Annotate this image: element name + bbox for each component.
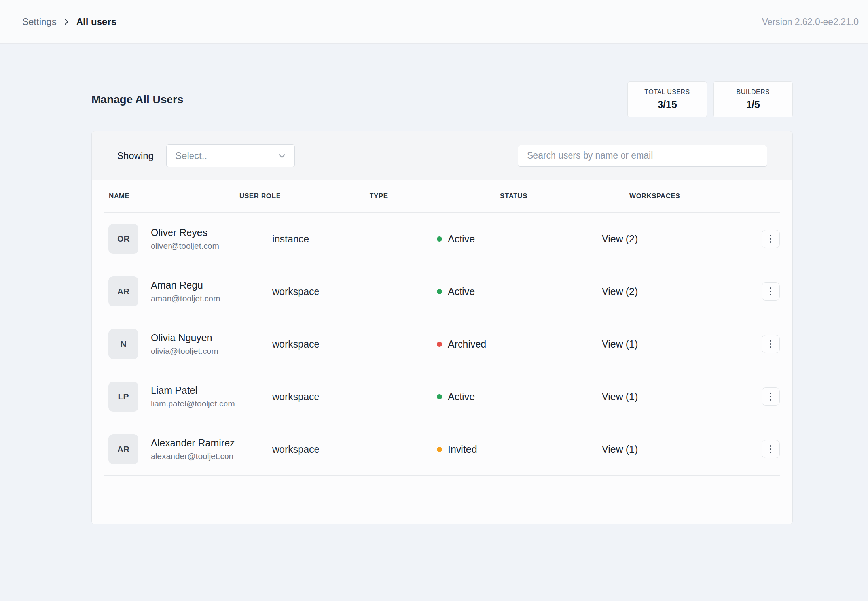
actions-cell bbox=[762, 282, 780, 300]
filter-row: Showing Select.. bbox=[92, 131, 792, 180]
chevron-right-icon bbox=[62, 17, 71, 26]
builders-value: 1/5 bbox=[746, 99, 760, 110]
user-role-cell: workspace bbox=[272, 391, 437, 403]
actions-cell bbox=[762, 230, 780, 248]
breadcrumb-current: All users bbox=[76, 16, 116, 27]
title-row: Manage All Users TOTAL USERS 3/15 BUILDE… bbox=[91, 81, 793, 117]
user-email: alexander@tooljet.con bbox=[151, 452, 235, 461]
column-header-user-role: USER ROLE bbox=[239, 192, 281, 200]
status-filter-value: Select.. bbox=[175, 150, 207, 161]
table-row: AR Aman Regu aman@tooljet.com workspace … bbox=[104, 265, 780, 318]
user-name-cell: AR Aman Regu aman@tooljet.com bbox=[104, 276, 272, 306]
status-dot-icon bbox=[437, 236, 442, 242]
status-dot-icon bbox=[437, 289, 442, 294]
table-row: LP Liam Patel liam.patel@tooljet.com wor… bbox=[104, 370, 780, 423]
table-row: N Olivia Nguyen olivia@tooljet.com works… bbox=[104, 318, 780, 370]
user-role-cell: instance bbox=[272, 233, 437, 245]
showing-label: Showing bbox=[117, 150, 154, 161]
chevron-down-icon bbox=[277, 151, 287, 161]
column-header-type: TYPE bbox=[370, 192, 388, 200]
workspaces-view-link[interactable]: View (1) bbox=[602, 391, 762, 403]
column-header-status: STATUS bbox=[500, 192, 527, 200]
user-email: oliver@tooljet.com bbox=[151, 241, 219, 251]
user-name: Olivia Nguyen bbox=[151, 332, 218, 344]
kebab-menu-button[interactable] bbox=[762, 282, 780, 300]
breadcrumb-settings[interactable]: Settings bbox=[22, 16, 57, 27]
topbar: Settings All users Version 2.62.0-ee2.21… bbox=[0, 0, 868, 44]
kebab-menu-button[interactable] bbox=[762, 387, 780, 406]
status-cell: Active bbox=[437, 391, 602, 403]
workspaces-view-link[interactable]: View (1) bbox=[602, 338, 762, 350]
user-name-cell: LP Liam Patel liam.patel@tooljet.com bbox=[104, 382, 272, 412]
page-title: Manage All Users bbox=[91, 93, 183, 106]
avatar: OR bbox=[108, 224, 138, 254]
user-name-cell: OR Oliver Reyes oliver@tooljet.com bbox=[104, 224, 272, 254]
name-block: Oliver Reyes oliver@tooljet.com bbox=[151, 227, 219, 251]
user-name-cell: AR Alexander Ramirez alexander@tooljet.c… bbox=[104, 434, 272, 464]
stat-cards: TOTAL USERS 3/15 BUILDERS 1/5 bbox=[627, 81, 793, 117]
column-header-workspaces: WORKSPACES bbox=[629, 192, 680, 200]
user-name: Aman Regu bbox=[151, 280, 220, 291]
status-badge: Active bbox=[448, 233, 475, 245]
status-badge: Active bbox=[448, 286, 475, 297]
search-input[interactable] bbox=[518, 145, 767, 167]
avatar: AR bbox=[108, 276, 138, 306]
name-block: Alexander Ramirez alexander@tooljet.con bbox=[151, 437, 235, 461]
user-role-cell: workspace bbox=[272, 338, 437, 350]
status-dot-icon bbox=[437, 394, 442, 399]
user-email: olivia@tooljet.com bbox=[151, 346, 218, 356]
kebab-menu-button[interactable] bbox=[762, 335, 780, 353]
user-role-cell: workspace bbox=[272, 286, 437, 297]
status-badge: Invited bbox=[448, 444, 477, 455]
status-filter-select[interactable]: Select.. bbox=[166, 144, 295, 167]
status-badge: Archived bbox=[448, 338, 486, 350]
builders-label: BUILDERS bbox=[736, 89, 769, 96]
user-role-cell: workspace bbox=[272, 444, 437, 455]
kebab-menu-button[interactable] bbox=[762, 440, 780, 458]
table-row: AR Alexander Ramirez alexander@tooljet.c… bbox=[104, 423, 780, 476]
workspaces-view-link[interactable]: View (2) bbox=[602, 233, 762, 245]
total-users-label: TOTAL USERS bbox=[644, 89, 690, 96]
actions-cell bbox=[762, 387, 780, 406]
avatar: N bbox=[108, 329, 138, 359]
user-email: aman@tooljet.com bbox=[151, 294, 220, 303]
name-block: Liam Patel liam.patel@tooljet.com bbox=[151, 385, 235, 408]
status-badge: Active bbox=[448, 391, 475, 403]
builders-card: BUILDERS 1/5 bbox=[713, 81, 793, 117]
kebab-menu-button[interactable] bbox=[762, 230, 780, 248]
actions-cell bbox=[762, 335, 780, 353]
avatar: AR bbox=[108, 434, 138, 464]
user-rows: OR Oliver Reyes oliver@tooljet.com insta… bbox=[104, 213, 780, 476]
users-panel: Showing Select.. NAME USER ROLE TYPE STA… bbox=[91, 131, 793, 524]
table-header: NAME USER ROLE TYPE STATUS WORKSPACES bbox=[104, 180, 780, 213]
column-header-name: NAME bbox=[109, 192, 129, 200]
status-dot-icon bbox=[437, 342, 442, 347]
status-cell: Archived bbox=[437, 338, 602, 350]
avatar: LP bbox=[108, 382, 138, 412]
users-table: NAME USER ROLE TYPE STATUS WORKSPACES OR… bbox=[92, 180, 792, 524]
status-cell: Invited bbox=[437, 444, 602, 455]
table-row: OR Oliver Reyes oliver@tooljet.com insta… bbox=[104, 213, 780, 265]
breadcrumb: Settings All users bbox=[22, 16, 116, 27]
user-name: Liam Patel bbox=[151, 385, 235, 396]
status-cell: Active bbox=[437, 233, 602, 245]
workspaces-view-link[interactable]: View (2) bbox=[602, 286, 762, 297]
total-users-card: TOTAL USERS 3/15 bbox=[627, 81, 707, 117]
total-users-value: 3/15 bbox=[658, 99, 677, 110]
user-name: Alexander Ramirez bbox=[151, 437, 235, 449]
workspaces-view-link[interactable]: View (1) bbox=[602, 444, 762, 455]
version-label: Version 2.62.0-ee2.21.0 bbox=[762, 17, 859, 27]
status-dot-icon bbox=[437, 447, 442, 452]
user-name: Oliver Reyes bbox=[151, 227, 219, 238]
name-block: Aman Regu aman@tooljet.com bbox=[151, 280, 220, 303]
user-email: liam.patel@tooljet.com bbox=[151, 399, 235, 408]
actions-cell bbox=[762, 440, 780, 458]
status-cell: Active bbox=[437, 286, 602, 297]
user-name-cell: N Olivia Nguyen olivia@tooljet.com bbox=[104, 329, 272, 359]
name-block: Olivia Nguyen olivia@tooljet.com bbox=[151, 332, 218, 356]
main-content: Manage All Users TOTAL USERS 3/15 BUILDE… bbox=[0, 81, 868, 524]
